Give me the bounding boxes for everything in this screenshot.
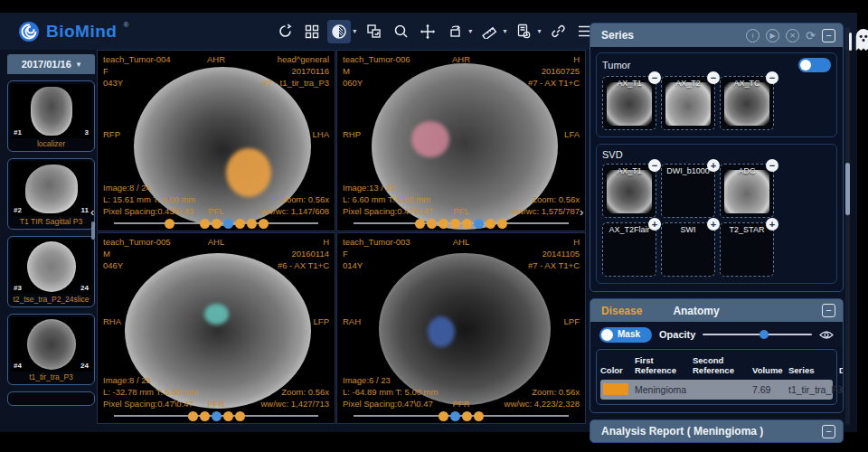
layout-grid-icon[interactable] — [300, 20, 324, 43]
link-icon[interactable] — [546, 20, 570, 43]
tab-disease[interactable]: Disease — [601, 305, 642, 317]
close-circle-icon[interactable]: ✕ — [786, 29, 799, 42]
series-thumbnail-t1-tir[interactable]: #4 24 t1_tir_tra_P3 — [7, 314, 95, 385]
series-thumb-ax-t2[interactable]: − AX_T2 — [661, 76, 715, 130]
opacity-slider[interactable] — [703, 328, 812, 341]
opacity-eye-icon[interactable] — [819, 330, 834, 340]
disease-color-swatch — [603, 383, 628, 395]
tab-anatomy[interactable]: Anatomy — [673, 305, 719, 317]
svd-thumb-t2-star[interactable]: + T2_STAR — [720, 222, 774, 277]
series-section: Series i ▶ ✕ ⟳ − Tumor − — [590, 23, 844, 292]
info-circle-icon[interactable]: i — [746, 29, 760, 42]
add-badge[interactable]: + — [707, 159, 720, 172]
key-image-dot[interactable] — [200, 219, 210, 229]
add-badge[interactable]: + — [648, 218, 661, 231]
analysis-report-header[interactable]: Analysis Report ( Meningioma ) − — [590, 419, 844, 443]
svd-thumb-ax-t2flair[interactable]: + AX_T2Flair — [602, 222, 656, 277]
svd-thumb-dwi-b1000[interactable]: + DWI_b1000 — [661, 164, 715, 218]
right-panel-scrollbar[interactable] — [845, 27, 850, 425]
refresh-series-icon[interactable]: ⟳ — [806, 30, 816, 42]
viewport-bottom-left[interactable]: teach_Tumor-005M046Y AHL H20160114#6 - A… — [97, 232, 335, 424]
key-image-dots[interactable] — [337, 218, 585, 229]
series-thumb-ax-t1[interactable]: − AX_T1 — [602, 76, 656, 130]
rotate-caret[interactable]: ▾ — [468, 27, 472, 35]
svd-thumb-adc[interactable]: − ADC — [720, 164, 774, 218]
key-image-dot[interactable] — [212, 411, 222, 421]
key-image-dot[interactable] — [427, 219, 437, 229]
sidebar-scrollbar[interactable] — [91, 221, 95, 240]
thumb-label: AX_T2Flair — [603, 225, 656, 234]
key-image-dot[interactable] — [474, 411, 484, 421]
key-image-dots[interactable] — [98, 410, 335, 421]
right-panel-collapse-handle[interactable]: › — [580, 207, 583, 218]
series-thumb-ax-tc[interactable]: − AX_TC — [720, 76, 774, 130]
thumb-label: AX_T1 — [603, 79, 656, 88]
tumor-toggle[interactable] — [798, 58, 831, 72]
key-image-dot[interactable] — [259, 219, 269, 229]
report-icon[interactable] — [512, 20, 535, 43]
collapse-series-icon[interactable]: − — [822, 29, 835, 42]
key-image-dots[interactable] — [98, 218, 335, 229]
measure-caret[interactable]: ▾ — [503, 27, 506, 35]
remove-badge[interactable]: − — [648, 71, 661, 84]
remove-badge[interactable]: − — [766, 71, 778, 84]
sidebar-collapse-handle[interactable]: ‹ — [90, 207, 94, 218]
window-level-caret[interactable]: ▾ — [353, 27, 356, 35]
report-caret[interactable]: ▾ — [537, 27, 541, 35]
series-thumbnail-t2-tse[interactable]: #3 24 t2_tse_tra_P2_24slice — [7, 236, 95, 307]
pan-icon[interactable] — [416, 20, 439, 43]
viewport-bottom-right[interactable]: teach_Tumor-003F014Y AHL H20141105#7 - A… — [336, 232, 586, 424]
key-image-dot[interactable] — [497, 219, 507, 229]
key-image-dots[interactable] — [337, 410, 585, 421]
key-image-dot[interactable] — [212, 219, 222, 229]
series-thumbnail-partial[interactable] — [7, 391, 95, 406]
disease-table-row[interactable]: Meningioma 7.69 t1_tir_tra_P3 — [600, 380, 833, 400]
collapse-analysis-icon[interactable]: − — [822, 425, 835, 438]
svd-thumb-swi[interactable]: + SWI — [661, 222, 715, 277]
row-eye-icon[interactable] — [839, 385, 844, 394]
key-image-dot[interactable] — [474, 219, 484, 229]
key-image-dot[interactable] — [200, 411, 210, 421]
ghost-widget[interactable] — [854, 27, 868, 56]
window-level-icon[interactable] — [327, 20, 351, 43]
key-image-dot[interactable] — [462, 411, 472, 421]
series-thumbnail-localizer[interactable]: #1 3 localizer — [7, 80, 95, 152]
key-image-dot[interactable] — [165, 219, 175, 229]
add-badge[interactable]: + — [707, 218, 720, 231]
col-color: Color — [600, 363, 633, 377]
key-image-dot[interactable] — [439, 411, 448, 421]
key-image-dot[interactable] — [415, 219, 425, 229]
svd-thumb-ax-t1[interactable]: − AX_T1 — [602, 164, 656, 218]
thumb-label: SWI — [662, 225, 714, 234]
magnify-icon[interactable] — [389, 20, 412, 43]
study-date-selector[interactable]: 2017/01/16 ▾ — [7, 54, 95, 74]
key-image-dot[interactable] — [223, 411, 233, 421]
key-image-dot[interactable] — [462, 219, 472, 229]
key-image-dot[interactable] — [235, 411, 245, 421]
swap-icon[interactable] — [362, 20, 385, 43]
collapse-disease-icon[interactable]: − — [822, 304, 835, 317]
zoom-info: Zoom: 0.56xww/wc: 1,147/608 — [260, 193, 329, 217]
key-image-dot[interactable] — [247, 219, 257, 229]
key-image-dot[interactable] — [235, 219, 245, 229]
key-image-dot[interactable] — [486, 219, 495, 229]
opacity-slider-thumb[interactable] — [760, 330, 769, 339]
play-circle-icon[interactable]: ▶ — [766, 29, 779, 42]
remove-badge[interactable]: − — [648, 159, 661, 172]
remove-badge[interactable]: − — [707, 71, 720, 84]
series-thumbnail-sagittal[interactable]: #2 11 T1 TIR Sagittal P3 — [7, 158, 95, 230]
key-image-dot[interactable] — [450, 219, 460, 229]
measure-icon[interactable] — [477, 20, 501, 43]
refresh-icon[interactable] — [273, 20, 297, 43]
key-image-dot[interactable] — [188, 411, 198, 421]
key-image-dot[interactable] — [439, 219, 448, 229]
add-badge[interactable]: + — [766, 218, 778, 231]
mask-toggle[interactable]: Mask — [599, 327, 652, 343]
key-image-dot[interactable] — [223, 219, 233, 229]
thumbnail-image: #2 11 — [11, 162, 91, 216]
rotate-icon[interactable] — [443, 20, 467, 43]
viewport-top-left[interactable]: teach_Tumor-004F043Y AHR head^general201… — [97, 50, 335, 231]
viewport-top-right[interactable]: teach_Tumor-006M060Y AHR H20160725#7 - A… — [336, 50, 586, 231]
key-image-dot[interactable] — [450, 411, 460, 421]
remove-badge[interactable]: − — [766, 159, 778, 172]
